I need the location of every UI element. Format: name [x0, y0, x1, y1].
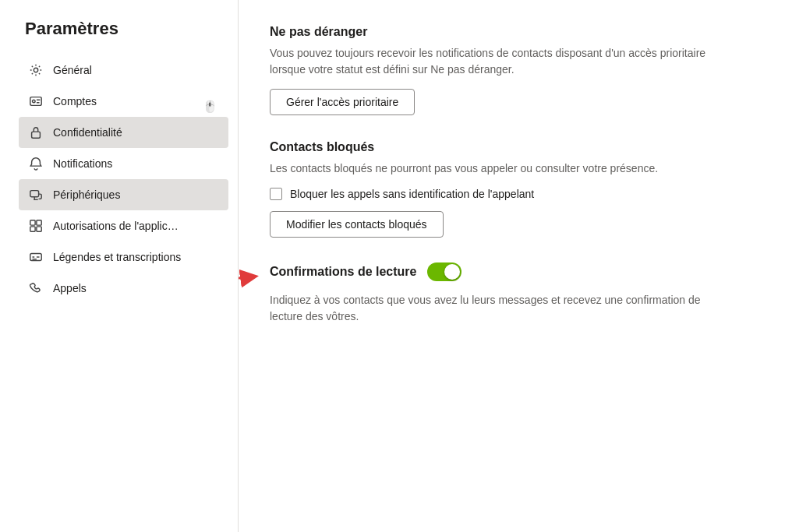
sidebar: Paramètres Général Comptes 🖱️	[0, 0, 239, 532]
confirmations-lecture-toggle[interactable]	[427, 262, 461, 281]
section-contacts-bloques: Contacts bloqués Les contacts bloqués ne…	[270, 140, 754, 238]
main-content: Ne pas déranger Vous pouvez toujours rec…	[239, 0, 785, 532]
devices-icon	[28, 187, 44, 203]
toggle-row-confirmations: Confirmations de lecture	[270, 262, 461, 281]
captions-icon	[28, 249, 44, 265]
modifier-contacts-bloques-button[interactable]: Modifier les contacts bloqués	[270, 211, 444, 238]
cursor-icon: 🖱️	[203, 100, 217, 114]
svg-point-2	[33, 100, 36, 103]
comptes-icon	[28, 93, 44, 109]
checkbox-bloquer-appels[interactable]	[270, 188, 282, 200]
phone-icon	[28, 280, 44, 296]
sidebar-item-label: Général	[53, 64, 92, 76]
svg-rect-8	[37, 227, 41, 231]
section-confirmations-lecture: Confirmations de lecture Indiquez à vos …	[270, 262, 754, 325]
sidebar-item-label: Comptes	[53, 95, 97, 107]
page-title: Paramètres	[19, 19, 238, 39]
sidebar-item-label: Légendes et transcriptions	[53, 251, 181, 263]
sidebar-item-label: Périphériques	[53, 188, 120, 201]
section-desc-contacts-bloques: Les contacts bloqués ne pourront pas vou…	[270, 160, 706, 177]
sidebar-item-label: Confidentialité	[53, 126, 122, 139]
sidebar-item-notifications[interactable]: Notifications	[19, 148, 228, 179]
sidebar-item-label: Appels	[53, 282, 87, 294]
svg-rect-5	[30, 220, 35, 225]
sidebar-item-peripheriques[interactable]: Périphériques	[19, 179, 228, 210]
svg-rect-6	[37, 220, 41, 225]
gerer-acces-prioritaire-button[interactable]: Gérer l'accès prioritaire	[270, 89, 415, 115]
sidebar-item-label: Notifications	[53, 157, 112, 170]
checkbox-label-bloquer-appels: Bloquer les appels sans identification d…	[290, 188, 534, 200]
svg-rect-4	[30, 191, 39, 197]
sidebar-item-label: Autorisations de l'applic…	[53, 220, 179, 232]
apps-icon	[28, 218, 44, 234]
sidebar-item-comptes[interactable]: Comptes 🖱️	[19, 86, 228, 117]
section-ne-pas-deranger: Ne pas déranger Vous pouvez toujours rec…	[270, 25, 754, 115]
lock-icon	[28, 125, 44, 140]
sidebar-item-confidentialite[interactable]: Confidentialité	[19, 117, 228, 148]
bell-icon	[28, 156, 44, 171]
section-desc-ne-pas-deranger: Vous pouvez toujours recevoir les notifi…	[270, 45, 706, 78]
confirmations-lecture-label: Confirmations de lecture	[270, 265, 416, 279]
arrow-annotation: Confirmations de lecture	[270, 262, 754, 287]
svg-rect-3	[32, 132, 41, 138]
section-title-contacts-bloques: Contacts bloqués	[270, 140, 754, 154]
section-title-ne-pas-deranger: Ne pas déranger	[270, 25, 754, 39]
checkbox-row-bloquer-appels: Bloquer les appels sans identification d…	[270, 188, 754, 200]
sidebar-item-legendes[interactable]: Légendes et transcriptions	[19, 241, 228, 273]
gear-icon	[28, 62, 44, 78]
sidebar-item-appels[interactable]: Appels	[19, 273, 228, 304]
svg-rect-7	[30, 227, 35, 231]
section-desc-confirmations-lecture: Indiquez à vos contacts que vous avez lu…	[270, 292, 706, 325]
red-arrow-icon	[239, 259, 266, 292]
sidebar-item-autorisations[interactable]: Autorisations de l'applic…	[19, 210, 228, 241]
svg-point-0	[34, 68, 37, 72]
sidebar-item-general[interactable]: Général	[19, 55, 228, 86]
